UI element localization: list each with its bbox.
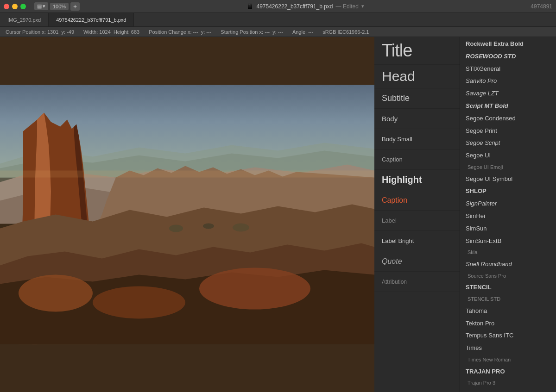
font-list[interactable]: Rockwell Extra BoldROSEWOOD STDSTIXGener… xyxy=(460,37,556,392)
view-mode-button[interactable]: ▤ ▾ xyxy=(34,2,48,10)
font-item[interactable]: Trattatello xyxy=(460,389,556,392)
font-item[interactable]: SHLOP xyxy=(460,185,556,198)
type-item-subtitle[interactable]: Subtitle xyxy=(374,88,460,109)
tabbar: IMG_2970.pxd 4975426222_b37cfff791_b.pxd xyxy=(0,13,556,27)
type-item-highlight[interactable]: Highlight xyxy=(374,170,460,190)
svg-rect-20 xyxy=(0,171,374,178)
type-head-label: Head xyxy=(382,68,415,84)
font-item[interactable]: STIXGeneral xyxy=(460,63,556,75)
type-item-label-bright[interactable]: Label Bright xyxy=(374,231,460,251)
svg-point-19 xyxy=(233,224,249,232)
type-item-body[interactable]: Body xyxy=(374,109,460,129)
font-item[interactable]: Snell Roundhand xyxy=(460,258,556,271)
tab-label: 4975426222_b37cfff791_b.pxd xyxy=(56,17,126,23)
type-highlight-label: Highlight xyxy=(382,174,422,185)
font-item[interactable]: ROSEWOOD STD xyxy=(460,50,556,63)
font-item[interactable]: Source Sans Pro xyxy=(460,271,556,282)
type-item-caption[interactable]: Caption xyxy=(374,149,460,170)
svg-point-15 xyxy=(93,286,185,319)
font-item[interactable]: Segoe UI xyxy=(460,149,556,162)
position-change: Position Change x: --- y: --- xyxy=(149,29,211,35)
chevron-down-icon: ▾ xyxy=(361,3,364,9)
font-item[interactable]: SimSun xyxy=(460,223,556,235)
type-body-label: Body xyxy=(382,115,398,123)
font-item[interactable]: SimSun-ExtB xyxy=(460,235,556,248)
font-item[interactable]: Tahoma xyxy=(460,305,556,317)
titlebar-center: 🖥 4975426222_b37cfff791_b.pxd — Edited ▾ xyxy=(82,2,528,11)
type-item-caption-colored[interactable]: Caption xyxy=(374,190,460,211)
svg-point-17 xyxy=(169,225,183,232)
svg-point-14 xyxy=(19,275,93,312)
svg-point-16 xyxy=(199,268,310,310)
traffic-lights xyxy=(4,4,26,9)
zoom-button[interactable]: 100% xyxy=(50,3,69,10)
angle: Angle: --- xyxy=(292,29,313,35)
type-caption-colored-label: Caption xyxy=(382,196,407,205)
font-item[interactable]: Tekton Pro xyxy=(460,317,556,330)
type-item-attribution[interactable]: Attribution xyxy=(374,272,460,292)
type-attribution-label: Attribution xyxy=(382,279,407,285)
image-area[interactable] xyxy=(0,37,374,392)
typography-panel: Title Head Subtitle Body Body Small Capt… xyxy=(374,37,460,392)
font-item[interactable]: SignPainter xyxy=(460,198,556,210)
font-item[interactable]: Savage LZT xyxy=(460,87,556,100)
type-caption-label: Caption xyxy=(382,156,403,163)
font-item[interactable]: Segoe Script xyxy=(460,137,556,149)
font-item[interactable]: Times xyxy=(460,342,556,355)
type-title-label: Title xyxy=(382,41,412,61)
color-profile: sRGB IEC61966-2.1 xyxy=(322,29,369,35)
type-item-label[interactable]: Label xyxy=(374,211,460,231)
view-controls: ▤ ▾ 100% + xyxy=(34,2,80,11)
add-tab-button[interactable]: + xyxy=(70,2,80,11)
titlebar-right: 4974891 xyxy=(531,3,552,10)
cursor-position: Cursor Position x: 1301 y: -49 xyxy=(6,29,74,35)
font-item[interactable]: Rockwell Extra Bold xyxy=(460,38,556,50)
titlebar-filename: 4975426222_b37cfff791_b.pxd xyxy=(256,3,333,10)
type-item-body-small[interactable]: Body Small xyxy=(374,129,460,149)
font-item[interactable]: SimHei xyxy=(460,210,556,223)
monitor-icon: 🖥 xyxy=(246,2,253,11)
font-item[interactable]: Skia xyxy=(460,247,556,258)
font-item[interactable]: Tempus Sans ITC xyxy=(460,330,556,342)
svg-point-18 xyxy=(203,224,214,229)
font-item[interactable]: Script MT Bold xyxy=(460,100,556,112)
type-body-small-label: Body Small xyxy=(382,136,412,143)
type-subtitle-label: Subtitle xyxy=(382,93,410,103)
main-content: Title Head Subtitle Body Body Small Capt… xyxy=(0,37,556,392)
canyon-image xyxy=(0,37,374,392)
type-item-quote[interactable]: Quote xyxy=(374,251,460,272)
titlebar-edited-label: — Edited xyxy=(336,3,359,10)
font-item[interactable]: Segoe Print xyxy=(460,125,556,137)
dimensions: Width: 1024 Height: 683 xyxy=(83,29,139,35)
tab-label: IMG_2970.pxd xyxy=(7,17,41,23)
font-item[interactable]: TRAJAN PRO xyxy=(460,366,556,378)
font-item[interactable]: Sanvito Pro xyxy=(460,75,556,87)
close-button[interactable] xyxy=(4,4,9,9)
font-panel: Rockwell Extra BoldROSEWOOD STDSTIXGener… xyxy=(460,37,556,392)
font-item[interactable]: Segoe UI Emoji xyxy=(460,162,556,173)
font-item[interactable]: Times New Roman xyxy=(460,355,556,366)
font-item[interactable]: STENCIL xyxy=(460,281,556,294)
titlebar: ▤ ▾ 100% + 🖥 4975426222_b37cfff791_b.pxd… xyxy=(0,0,556,13)
statusbar: Cursor Position x: 1301 y: -49 Width: 10… xyxy=(0,27,556,37)
font-item[interactable]: Segoe Condensed xyxy=(460,112,556,125)
type-label-bright-label: Label Bright xyxy=(382,237,414,244)
tab-main[interactable]: 4975426222_b37cfff791_b.pxd xyxy=(49,13,134,26)
font-item[interactable]: Segoe UI Symbol xyxy=(460,173,556,186)
font-item[interactable]: Trajan Pro 3 xyxy=(460,378,556,389)
starting-position: Starting Position x: --- y: --- xyxy=(221,29,283,35)
minimize-button[interactable] xyxy=(12,4,18,9)
font-item[interactable]: STENCIL STD xyxy=(460,294,556,305)
type-item-title[interactable]: Title xyxy=(374,37,460,65)
chevron-down-icon: ▾ xyxy=(43,3,45,9)
view-icon: ▤ xyxy=(37,3,42,9)
type-item-head[interactable]: Head xyxy=(374,65,460,88)
maximize-button[interactable] xyxy=(20,4,26,9)
type-quote-label: Quote xyxy=(382,257,402,266)
tab-img2970[interactable]: IMG_2970.pxd xyxy=(0,13,49,26)
type-label-label: Label xyxy=(382,217,397,224)
